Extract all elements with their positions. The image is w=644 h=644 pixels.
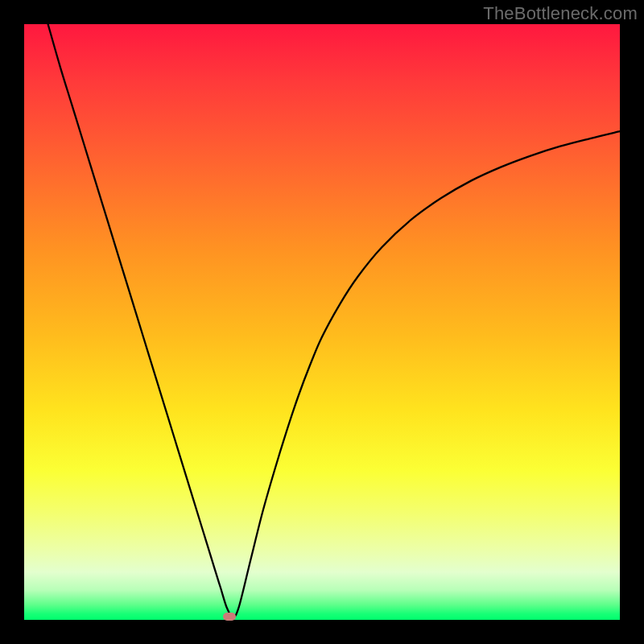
chart-frame: TheBottleneck.com	[0, 0, 644, 644]
watermark-text: TheBottleneck.com	[483, 3, 638, 24]
bottleneck-curve	[24, 24, 620, 620]
min-marker	[223, 613, 236, 621]
plot-area	[24, 24, 620, 620]
